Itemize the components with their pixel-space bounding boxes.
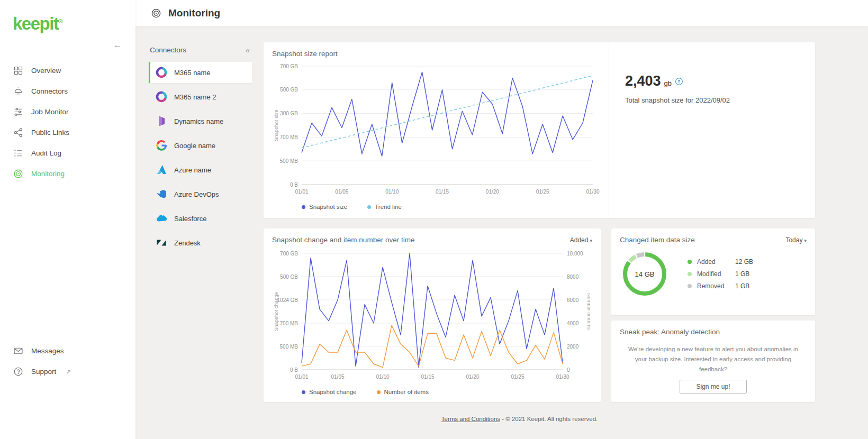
connector-item-m365-2[interactable]: M365 name 2 [149, 86, 252, 107]
svg-text:01/10: 01/10 [385, 189, 399, 195]
google-icon [155, 139, 168, 152]
svg-text:01/25: 01/25 [511, 374, 524, 380]
dynamics-icon [155, 115, 168, 127]
sidebar-nav: Overview Connectors Job Monitor Public L… [0, 60, 135, 184]
sidebar-item-label: Monitoring [31, 170, 65, 178]
sidebar-collapse-arrow-icon[interactable]: ← [113, 40, 122, 50]
svg-text:10.000: 10.000 [567, 251, 583, 257]
svg-text:0 B: 0 B [290, 367, 298, 373]
bell-icon [13, 86, 24, 97]
snapshot-size-report-card: Snapshot size report 0 B500 MB700 MB300 … [264, 42, 815, 218]
snapshot-chart-section: Snapshot size report 0 B500 MB700 MB300 … [264, 42, 609, 218]
period-dropdown[interactable]: Today▾ [785, 236, 807, 244]
sidebar-item-support[interactable]: Support ↗ [0, 361, 135, 382]
connector-item-zendesk[interactable]: Zendesk [149, 232, 252, 253]
segment-label: Removed [697, 282, 735, 290]
info-icon[interactable] [675, 77, 683, 86]
connector-label: Zendesk [174, 239, 201, 247]
connector-label: Google name [174, 142, 215, 150]
svg-text:0: 0 [567, 367, 570, 373]
sidebar-item-label: Job Monitor [31, 108, 69, 116]
svg-text:6000: 6000 [567, 297, 579, 303]
monitoring-header-icon [150, 7, 162, 19]
anomaly-detection-card: Sneak peak: Anomaly detection We're deve… [611, 321, 815, 402]
svg-text:01/05: 01/05 [331, 374, 344, 380]
svg-text:500 GB: 500 GB [280, 87, 298, 93]
connector-item-salesforce[interactable]: Salesforce [149, 208, 252, 229]
snapshot-chart-legend: Snapshot sizeTrend line [302, 204, 609, 210]
second-row: Snapshot change and item number over tim… [264, 228, 815, 402]
terms-and-conditions-link[interactable]: Terms and Conditions [441, 416, 500, 422]
card-title: Changed item data size [620, 236, 695, 244]
svg-text:500 MB: 500 MB [280, 344, 299, 350]
svg-text:01/30: 01/30 [586, 189, 599, 195]
sidebar-item-monitoring[interactable]: Monitoring [0, 163, 135, 184]
sidebar-item-connectors[interactable]: Connectors [0, 81, 135, 102]
change-type-dropdown[interactable]: Added▾ [570, 236, 592, 244]
sign-me-up-button[interactable]: Sign me up! [680, 380, 746, 394]
connector-label: Azure DevOps [174, 190, 219, 198]
sidebar-item-job-monitor[interactable]: Job Monitor [0, 102, 135, 122]
connector-item-azure[interactable]: Azure name [149, 159, 252, 180]
chevron-down-icon: ▾ [804, 238, 807, 243]
svg-text:01/10: 01/10 [376, 374, 389, 380]
help-chat-icon [13, 366, 24, 377]
connector-item-google[interactable]: Google name [149, 135, 252, 156]
connector-item-azure-devops[interactable]: Azure DevOps [149, 184, 252, 205]
connector-label: M365 name 2 [174, 93, 216, 101]
panel-collapse-chevrons-icon[interactable]: « [246, 45, 250, 54]
m365-icon [155, 90, 168, 103]
svg-text:700 GB: 700 GB [280, 251, 298, 257]
connector-label: Dynamics name [174, 117, 223, 125]
segment-label: Modified [697, 270, 735, 278]
connectors-panel-header: Connectors « [149, 42, 252, 62]
connector-label: Salesforce [174, 215, 206, 223]
workspace: Connectors « M365 name M365 name 2 Dynam… [135, 26, 868, 439]
connector-item-dynamics[interactable]: Dynamics name [149, 111, 252, 132]
svg-text:14 GB: 14 GB [635, 270, 655, 278]
right-column: Changed item data size Today▾ 14 GB Adde… [611, 228, 815, 402]
sidebar-item-label: Public Links [31, 129, 69, 136]
anomaly-body-text: We're developing a new feature to alert … [623, 344, 803, 374]
sidebar-item-label: Messages [31, 347, 64, 355]
sidebar-item-messages[interactable]: Messages [0, 341, 135, 361]
legend-row-removed: Removed 1 GB [688, 282, 753, 290]
snapshot-total-row: 2,403 gb [625, 73, 815, 89]
monitoring-icon [13, 168, 24, 179]
connector-item-m365[interactable]: M365 name [149, 62, 252, 83]
svg-text:01/01: 01/01 [295, 374, 308, 380]
page-footer: Terms and Conditions - © 2021 Keepit. Al… [277, 416, 762, 422]
page-title: Monitoring [168, 7, 220, 19]
sliders-icon [13, 106, 24, 117]
sidebar-item-label: Overview [31, 67, 61, 75]
segment-value: 12 GB [735, 258, 753, 266]
svg-text:01/01: 01/01 [295, 189, 308, 195]
svg-text:700 MB: 700 MB [280, 134, 299, 140]
connectors-panel: Connectors « M365 name M365 name 2 Dynam… [149, 42, 252, 439]
segment-value: 1 GB [735, 270, 749, 278]
sidebar-item-public-links[interactable]: Public Links [0, 122, 135, 143]
top-bar: Monitoring [135, 0, 868, 26]
snapshot-total-caption: Total snapshot size for 2022/09/02 [625, 96, 815, 104]
snapshot-total-value: 2,403 [625, 73, 661, 89]
legend-item: Trend line [367, 204, 402, 210]
svg-text:01/15: 01/15 [421, 374, 434, 380]
sidebar-item-label: Audit Log [31, 149, 61, 157]
donut-legend: Added 12 GB Modified 1 GB Removed [688, 258, 753, 290]
external-link-icon: ↗ [66, 368, 71, 376]
legend-item: Snapshot change [302, 389, 357, 395]
connector-label: Azure name [174, 166, 211, 174]
legend-item: Number of items [377, 389, 429, 395]
snapshot-total-section: 2,403 gb Total snapshot size for 2022/09… [609, 42, 815, 218]
card-title: Snapshot size report [272, 50, 609, 58]
sidebar-item-audit-log[interactable]: Audit Log [0, 143, 135, 163]
modified-dot-icon [688, 272, 692, 276]
svg-text:700 GB: 700 GB [280, 63, 298, 69]
sidebar-item-overview[interactable]: Overview [0, 60, 135, 81]
sidebar-item-label: Connectors [31, 87, 68, 95]
legend-row-modified: Modified 1 GB [688, 270, 753, 278]
changed-items-donut-chart: 14 GB [620, 249, 670, 299]
snapshot-change-title-row: Snapshot change and item number over tim… [272, 236, 592, 244]
changed-items-title-row: Changed item data size Today▾ [620, 236, 807, 244]
svg-text:1024 GB: 1024 GB [277, 297, 299, 303]
